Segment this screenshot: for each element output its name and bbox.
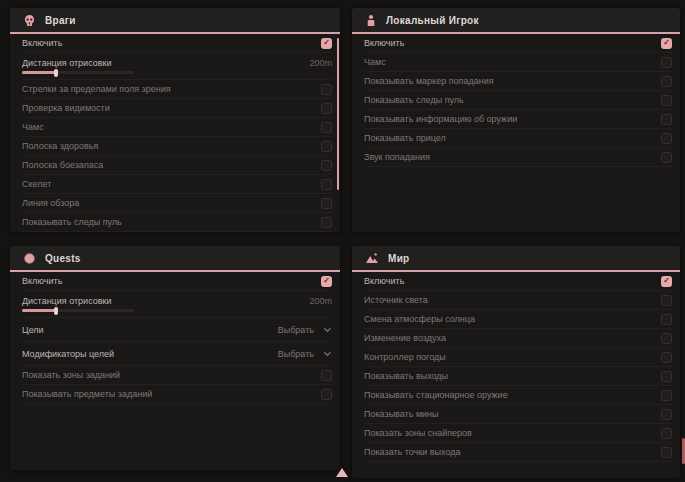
setting-label: Показывать прицел bbox=[364, 133, 446, 143]
setting-row[interactable]: Показать зоны заданий bbox=[22, 366, 332, 385]
setting-row[interactable]: Полоска здоровья bbox=[22, 137, 332, 156]
skull-icon bbox=[23, 14, 36, 27]
checkbox[interactable]: ✓ bbox=[661, 276, 672, 287]
setting-row[interactable]: Проверка видимости bbox=[22, 99, 332, 118]
settings-list: Включить✓ЧамсПоказывать маркер попадания… bbox=[352, 34, 680, 167]
checkbox[interactable] bbox=[661, 95, 672, 106]
checkbox[interactable] bbox=[321, 103, 332, 114]
cursor-pointer bbox=[336, 468, 348, 477]
setting-row[interactable]: Включить✓ bbox=[364, 272, 672, 291]
checkbox[interactable] bbox=[661, 390, 672, 401]
setting-row[interactable]: Чамс bbox=[364, 53, 672, 72]
setting-row[interactable]: Смена атмосферы солнца bbox=[364, 310, 672, 329]
setting-label: Включить bbox=[364, 276, 404, 286]
checkbox[interactable] bbox=[661, 447, 672, 458]
setting-row[interactable]: Показывать предметы заданий bbox=[22, 385, 332, 404]
checkbox[interactable]: ✓ bbox=[321, 276, 332, 287]
setting-row[interactable]: Показывать следы пуль bbox=[22, 213, 332, 232]
circle-icon bbox=[23, 252, 36, 265]
setting-row[interactable]: Изменение воздуха bbox=[364, 329, 672, 348]
setting-label: Цели bbox=[22, 325, 44, 335]
checkbox[interactable] bbox=[321, 389, 332, 400]
checkbox[interactable] bbox=[661, 57, 672, 68]
slider-row: Дистанция отрисовки200m bbox=[22, 53, 332, 80]
panel-header: Мир bbox=[352, 246, 680, 272]
panel-local-player: Локальный Игрок Включить✓ЧамсПоказывать … bbox=[352, 8, 680, 232]
setting-row[interactable]: Показывать информацию об оружии bbox=[364, 110, 672, 129]
settings-list: Включить✓Дистанция отрисовки200mЦелиВыбр… bbox=[10, 272, 340, 404]
select-dropdown[interactable]: Выбрать bbox=[278, 349, 332, 359]
setting-label: Показать зоны заданий bbox=[22, 370, 120, 380]
slider[interactable] bbox=[22, 309, 134, 312]
setting-row[interactable]: Скелет bbox=[22, 175, 332, 194]
select-dropdown[interactable]: Выбрать bbox=[278, 325, 332, 335]
setting-row[interactable]: Показывать маркер попадания bbox=[364, 72, 672, 91]
setting-row[interactable]: Включить✓ bbox=[22, 34, 332, 53]
checkbox[interactable] bbox=[321, 370, 332, 381]
setting-row[interactable]: Показывать следы пуль bbox=[364, 91, 672, 110]
setting-row[interactable]: Показывать мины bbox=[364, 405, 672, 424]
slider-handle[interactable] bbox=[54, 307, 58, 315]
setting-label: Контроллер погоды bbox=[364, 352, 446, 362]
setting-row[interactable]: Линия обзора bbox=[22, 194, 332, 213]
slider[interactable] bbox=[22, 71, 134, 74]
checkbox[interactable] bbox=[661, 371, 672, 382]
checkbox[interactable] bbox=[661, 114, 672, 125]
setting-row[interactable]: Источник света bbox=[364, 291, 672, 310]
checkbox[interactable] bbox=[321, 160, 332, 171]
slider-handle[interactable] bbox=[54, 69, 58, 77]
checkbox[interactable] bbox=[661, 314, 672, 325]
setting-row[interactable]: Полоска боезапаса bbox=[22, 156, 332, 175]
select-value: Выбрать bbox=[278, 325, 314, 335]
setting-label: Показывать следы пуль bbox=[22, 217, 122, 227]
setting-label: Скелет bbox=[22, 179, 51, 189]
slider-fill bbox=[22, 309, 56, 312]
checkbox[interactable] bbox=[661, 76, 672, 87]
slider-labels: Дистанция отрисовки200m bbox=[22, 58, 332, 68]
checkbox[interactable] bbox=[321, 84, 332, 95]
panel-quests: Quests Включить✓Дистанция отрисовки200mЦ… bbox=[10, 246, 340, 470]
setting-row[interactable]: Показать точки выхода bbox=[364, 443, 672, 462]
panel-header: Quests bbox=[10, 246, 340, 272]
setting-row[interactable]: Контроллер погоды bbox=[364, 348, 672, 367]
setting-label: Показывать мины bbox=[364, 409, 439, 419]
select-row[interactable]: ЦелиВыбрать bbox=[22, 318, 332, 342]
setting-row[interactable]: Показывать прицел bbox=[364, 129, 672, 148]
scrollbar[interactable] bbox=[337, 38, 339, 190]
checkbox[interactable] bbox=[321, 141, 332, 152]
select-row[interactable]: Модификаторы целейВыбрать bbox=[22, 342, 332, 366]
checkbox[interactable] bbox=[321, 217, 332, 228]
checkbox[interactable] bbox=[321, 122, 332, 133]
setting-label: Включить bbox=[22, 38, 62, 48]
checkbox[interactable] bbox=[661, 152, 672, 163]
slider-fill bbox=[22, 71, 56, 74]
checkbox[interactable] bbox=[661, 133, 672, 144]
setting-row[interactable]: Показывать стационарное оружие bbox=[364, 386, 672, 405]
setting-row[interactable]: Показывать выходы bbox=[364, 367, 672, 386]
setting-label: Включить bbox=[22, 276, 62, 286]
setting-label: Показывать выходы bbox=[364, 371, 448, 381]
checkbox[interactable] bbox=[321, 179, 332, 190]
panel-title: Мир bbox=[388, 253, 410, 264]
checkbox[interactable] bbox=[661, 295, 672, 306]
checkbox[interactable] bbox=[321, 198, 332, 209]
slider-value: 200m bbox=[309, 58, 332, 68]
checkbox[interactable]: ✓ bbox=[661, 38, 672, 49]
settings-list: Включить✓Источник светаСмена атмосферы с… bbox=[352, 272, 680, 462]
setting-label: Дистанция отрисовки bbox=[22, 296, 112, 306]
setting-row[interactable]: Звук попадания bbox=[364, 148, 672, 167]
checkbox[interactable] bbox=[661, 409, 672, 420]
setting-label: Модификаторы целей bbox=[22, 349, 114, 359]
setting-label: Дистанция отрисовки bbox=[22, 58, 112, 68]
setting-row[interactable]: Показать зоны снайперов bbox=[364, 424, 672, 443]
setting-row[interactable]: Включить✓ bbox=[364, 34, 672, 53]
checkbox[interactable] bbox=[661, 352, 672, 363]
setting-label: Показывать информацию об оружии bbox=[364, 114, 517, 124]
checkbox[interactable]: ✓ bbox=[321, 38, 332, 49]
setting-row[interactable]: Включить✓ bbox=[22, 272, 332, 291]
checkbox[interactable] bbox=[661, 333, 672, 344]
setting-row[interactable]: Стрелки за пределами поля зрения bbox=[22, 80, 332, 99]
setting-label: Показать точки выхода bbox=[364, 447, 460, 457]
setting-row[interactable]: Чамс bbox=[22, 118, 332, 137]
checkbox[interactable] bbox=[661, 428, 672, 439]
